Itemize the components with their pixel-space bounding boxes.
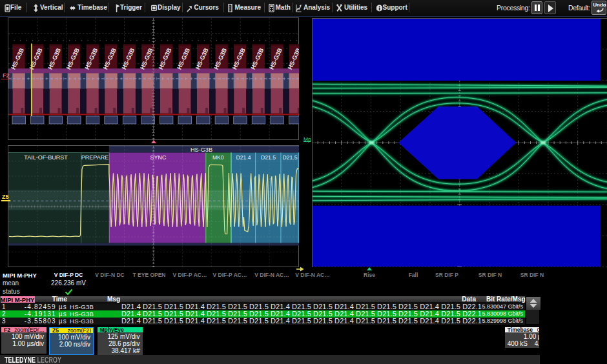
- svg-text:TAIL-OF-BURST: TAIL-OF-BURST: [24, 154, 68, 161]
- svg-text:PREPARE: PREPARE: [81, 154, 108, 161]
- svg-text:D21.5: D21.5: [261, 154, 276, 161]
- svg-text:D21.5: D21.5: [283, 154, 298, 161]
- svg-text:D21.4: D21.4: [236, 154, 251, 161]
- svg-text:SYNC: SYNC: [150, 154, 167, 161]
- svg-text:HS-G3B: HS-G3B: [190, 146, 212, 152]
- svg-text:MK0: MK0: [212, 154, 224, 161]
